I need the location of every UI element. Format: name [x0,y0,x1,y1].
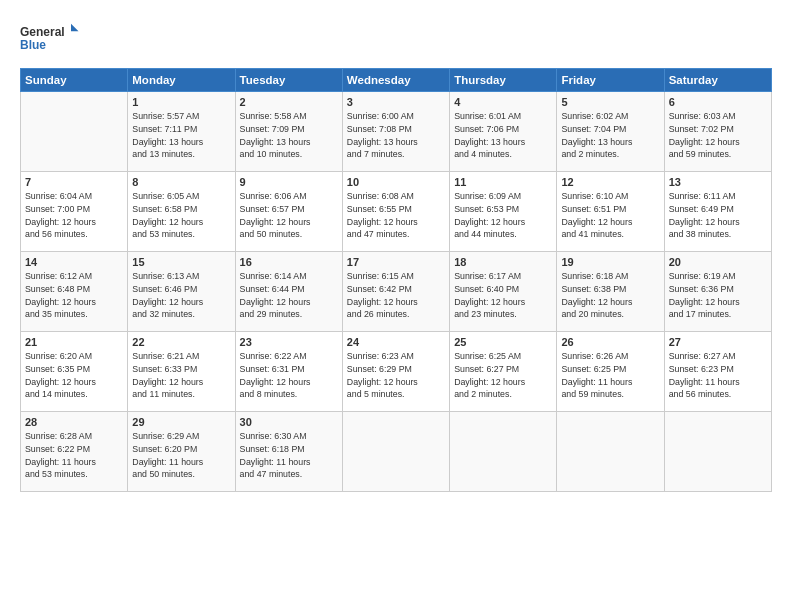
day-number: 24 [347,336,445,348]
calendar-cell: 4Sunrise: 6:01 AMSunset: 7:06 PMDaylight… [450,92,557,172]
calendar-cell: 19Sunrise: 6:18 AMSunset: 6:38 PMDayligh… [557,252,664,332]
cell-info: Sunrise: 6:11 AMSunset: 6:49 PMDaylight:… [669,190,767,241]
cell-info: Sunrise: 6:19 AMSunset: 6:36 PMDaylight:… [669,270,767,321]
day-number: 1 [132,96,230,108]
col-header-monday: Monday [128,69,235,92]
cell-info: Sunrise: 6:26 AMSunset: 6:25 PMDaylight:… [561,350,659,401]
cell-info: Sunrise: 6:20 AMSunset: 6:35 PMDaylight:… [25,350,123,401]
calendar-cell: 2Sunrise: 5:58 AMSunset: 7:09 PMDaylight… [235,92,342,172]
cell-info: Sunrise: 6:04 AMSunset: 7:00 PMDaylight:… [25,190,123,241]
calendar-cell: 13Sunrise: 6:11 AMSunset: 6:49 PMDayligh… [664,172,771,252]
calendar-table: SundayMondayTuesdayWednesdayThursdayFrid… [20,68,772,492]
day-number: 19 [561,256,659,268]
calendar-cell: 23Sunrise: 6:22 AMSunset: 6:31 PMDayligh… [235,332,342,412]
day-number: 15 [132,256,230,268]
calendar-cell: 15Sunrise: 6:13 AMSunset: 6:46 PMDayligh… [128,252,235,332]
calendar-cell: 29Sunrise: 6:29 AMSunset: 6:20 PMDayligh… [128,412,235,492]
cell-info: Sunrise: 6:30 AMSunset: 6:18 PMDaylight:… [240,430,338,481]
calendar-cell: 26Sunrise: 6:26 AMSunset: 6:25 PMDayligh… [557,332,664,412]
day-number: 20 [669,256,767,268]
day-number: 16 [240,256,338,268]
cell-info: Sunrise: 6:29 AMSunset: 6:20 PMDaylight:… [132,430,230,481]
svg-text:Blue: Blue [20,38,46,52]
col-header-friday: Friday [557,69,664,92]
cell-info: Sunrise: 6:03 AMSunset: 7:02 PMDaylight:… [669,110,767,161]
calendar-cell: 10Sunrise: 6:08 AMSunset: 6:55 PMDayligh… [342,172,449,252]
day-number: 17 [347,256,445,268]
day-number: 7 [25,176,123,188]
calendar-cell [342,412,449,492]
calendar-cell: 7Sunrise: 6:04 AMSunset: 7:00 PMDaylight… [21,172,128,252]
cell-info: Sunrise: 6:08 AMSunset: 6:55 PMDaylight:… [347,190,445,241]
day-number: 11 [454,176,552,188]
cell-info: Sunrise: 6:13 AMSunset: 6:46 PMDaylight:… [132,270,230,321]
cell-info: Sunrise: 6:09 AMSunset: 6:53 PMDaylight:… [454,190,552,241]
calendar-cell: 1Sunrise: 5:57 AMSunset: 7:11 PMDaylight… [128,92,235,172]
day-number: 12 [561,176,659,188]
calendar-cell: 30Sunrise: 6:30 AMSunset: 6:18 PMDayligh… [235,412,342,492]
day-number: 29 [132,416,230,428]
day-number: 27 [669,336,767,348]
col-header-tuesday: Tuesday [235,69,342,92]
calendar-cell [557,412,664,492]
cell-info: Sunrise: 5:57 AMSunset: 7:11 PMDaylight:… [132,110,230,161]
calendar-cell: 21Sunrise: 6:20 AMSunset: 6:35 PMDayligh… [21,332,128,412]
day-number: 6 [669,96,767,108]
col-header-sunday: Sunday [21,69,128,92]
calendar-cell [664,412,771,492]
calendar-cell: 14Sunrise: 6:12 AMSunset: 6:48 PMDayligh… [21,252,128,332]
day-number: 3 [347,96,445,108]
day-number: 23 [240,336,338,348]
svg-marker-2 [71,24,79,32]
calendar-cell: 5Sunrise: 6:02 AMSunset: 7:04 PMDaylight… [557,92,664,172]
day-number: 2 [240,96,338,108]
day-number: 18 [454,256,552,268]
calendar-cell: 20Sunrise: 6:19 AMSunset: 6:36 PMDayligh… [664,252,771,332]
cell-info: Sunrise: 6:27 AMSunset: 6:23 PMDaylight:… [669,350,767,401]
day-number: 5 [561,96,659,108]
day-number: 30 [240,416,338,428]
day-number: 13 [669,176,767,188]
cell-info: Sunrise: 6:17 AMSunset: 6:40 PMDaylight:… [454,270,552,321]
cell-info: Sunrise: 6:06 AMSunset: 6:57 PMDaylight:… [240,190,338,241]
col-header-saturday: Saturday [664,69,771,92]
calendar-cell: 25Sunrise: 6:25 AMSunset: 6:27 PMDayligh… [450,332,557,412]
cell-info: Sunrise: 6:12 AMSunset: 6:48 PMDaylight:… [25,270,123,321]
cell-info: Sunrise: 5:58 AMSunset: 7:09 PMDaylight:… [240,110,338,161]
cell-info: Sunrise: 6:23 AMSunset: 6:29 PMDaylight:… [347,350,445,401]
calendar-cell: 12Sunrise: 6:10 AMSunset: 6:51 PMDayligh… [557,172,664,252]
calendar-cell: 9Sunrise: 6:06 AMSunset: 6:57 PMDaylight… [235,172,342,252]
day-number: 22 [132,336,230,348]
cell-info: Sunrise: 6:00 AMSunset: 7:08 PMDaylight:… [347,110,445,161]
col-header-thursday: Thursday [450,69,557,92]
calendar-cell [450,412,557,492]
cell-info: Sunrise: 6:15 AMSunset: 6:42 PMDaylight:… [347,270,445,321]
day-number: 21 [25,336,123,348]
calendar-cell: 8Sunrise: 6:05 AMSunset: 6:58 PMDaylight… [128,172,235,252]
day-number: 28 [25,416,123,428]
calendar-cell: 11Sunrise: 6:09 AMSunset: 6:53 PMDayligh… [450,172,557,252]
cell-info: Sunrise: 6:28 AMSunset: 6:22 PMDaylight:… [25,430,123,481]
col-header-wednesday: Wednesday [342,69,449,92]
cell-info: Sunrise: 6:21 AMSunset: 6:33 PMDaylight:… [132,350,230,401]
cell-info: Sunrise: 6:10 AMSunset: 6:51 PMDaylight:… [561,190,659,241]
cell-info: Sunrise: 6:18 AMSunset: 6:38 PMDaylight:… [561,270,659,321]
day-number: 14 [25,256,123,268]
calendar-cell: 24Sunrise: 6:23 AMSunset: 6:29 PMDayligh… [342,332,449,412]
calendar-cell: 3Sunrise: 6:00 AMSunset: 7:08 PMDaylight… [342,92,449,172]
day-number: 8 [132,176,230,188]
calendar-cell: 28Sunrise: 6:28 AMSunset: 6:22 PMDayligh… [21,412,128,492]
day-number: 26 [561,336,659,348]
calendar-cell [21,92,128,172]
calendar-cell: 6Sunrise: 6:03 AMSunset: 7:02 PMDaylight… [664,92,771,172]
logo: General Blue [20,18,80,60]
logo-svg: General Blue [20,18,80,60]
cell-info: Sunrise: 6:22 AMSunset: 6:31 PMDaylight:… [240,350,338,401]
cell-info: Sunrise: 6:25 AMSunset: 6:27 PMDaylight:… [454,350,552,401]
cell-info: Sunrise: 6:01 AMSunset: 7:06 PMDaylight:… [454,110,552,161]
calendar-cell: 18Sunrise: 6:17 AMSunset: 6:40 PMDayligh… [450,252,557,332]
calendar-cell: 17Sunrise: 6:15 AMSunset: 6:42 PMDayligh… [342,252,449,332]
cell-info: Sunrise: 6:02 AMSunset: 7:04 PMDaylight:… [561,110,659,161]
svg-text:General: General [20,25,65,39]
day-number: 25 [454,336,552,348]
